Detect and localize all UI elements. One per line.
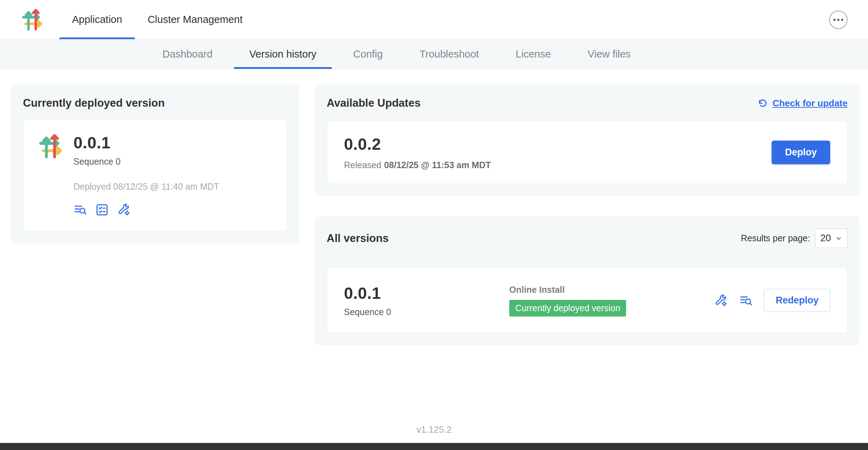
currently-deployed-card: Currently deployed version [11, 85, 299, 244]
tab-config[interactable]: Config [338, 40, 398, 69]
right-column: Available Updates Check for update [315, 85, 860, 345]
tab-view-files[interactable]: View files [572, 40, 646, 69]
results-per-page-select[interactable]: 20 [815, 229, 848, 248]
update-released-line: Released08/12/25 @ 11:53 am MDT [344, 160, 491, 170]
version-row-version: 0.0.1 Sequence 0 [344, 284, 509, 317]
available-updates-title: Available Updates [327, 97, 421, 109]
tab-cluster-management[interactable]: Cluster Management [135, 0, 255, 39]
tab-application[interactable]: Application [59, 0, 135, 39]
row-version-number: 0.0.1 [344, 284, 509, 303]
tab-application-label: Application [72, 14, 122, 25]
logs-icon[interactable] [73, 203, 87, 217]
tab-cluster-management-label: Cluster Management [148, 14, 243, 25]
tab-view-files-label: View files [588, 48, 631, 60]
deployed-actions [73, 203, 219, 217]
tab-version-history-label: Version history [249, 48, 316, 60]
tab-license-label: License [516, 48, 551, 60]
released-date: 08/12/25 @ 11:53 am MDT [384, 160, 491, 170]
currently-deployed-title: Currently deployed version [23, 97, 287, 109]
deployed-version-details: 0.0.1 Sequence 0 Deployed 08/12/25 @ 11:… [73, 133, 219, 217]
console-version: v1.125.2 [416, 424, 452, 435]
kots-admin-console: Application Cluster Management Dashboard… [0, 0, 868, 450]
config-wrench-icon[interactable] [714, 294, 728, 307]
version-row: 0.0.1 Sequence 0 Online Install Currentl… [327, 268, 848, 333]
all-versions-header: All versions Results per page: 20 [327, 229, 848, 248]
all-versions-title: All versions [327, 232, 389, 245]
main-content: Currently deployed version [0, 69, 868, 414]
refresh-icon[interactable] [757, 97, 768, 109]
tab-troubleshoot[interactable]: Troubleshoot [404, 40, 494, 69]
results-per-page-label: Results per page: [741, 233, 810, 243]
deployed-timestamp: Deployed 08/12/25 @ 11:40 am MDT [73, 182, 219, 192]
update-version-number: 0.0.2 [344, 135, 491, 154]
ellipsis-icon [833, 19, 836, 21]
bottom-bar [0, 443, 868, 450]
check-for-update-label: Check for update [773, 98, 848, 109]
available-updates-card: Available Updates Check for update [315, 85, 860, 196]
all-versions-card: All versions Results per page: 20 0.0 [315, 217, 860, 345]
tab-license[interactable]: License [500, 40, 566, 69]
deployed-version-number: 0.0.1 [73, 133, 219, 152]
logs-icon[interactable] [739, 294, 753, 307]
redeploy-button[interactable]: Redeploy [764, 289, 830, 312]
top-nav: Application Cluster Management [59, 0, 255, 39]
currently-deployed-badge: Currently deployed version [509, 300, 626, 316]
tab-dashboard[interactable]: Dashboard [147, 40, 228, 69]
released-prefix: Released [344, 160, 381, 170]
available-updates-header: Available Updates Check for update [327, 97, 848, 109]
row-sequence: Sequence 0 [344, 307, 509, 317]
results-per-page-value: 20 [820, 233, 831, 244]
deployed-sequence: Sequence 0 [73, 156, 219, 167]
deploy-button[interactable]: Deploy [772, 141, 830, 164]
tab-troubleshoot-label: Troubleshoot [420, 48, 479, 60]
console-footer: v1.125.2 [0, 414, 868, 443]
version-row-actions: Redeploy [714, 289, 830, 312]
install-type-label: Online Install [509, 285, 714, 295]
update-row: 0.0.2 Released08/12/25 @ 11:53 am MDT De… [327, 121, 848, 184]
tab-dashboard-label: Dashboard [162, 48, 213, 60]
overflow-menu-button[interactable] [829, 11, 848, 29]
update-details: 0.0.2 Released08/12/25 @ 11:53 am MDT [344, 135, 491, 170]
app-logo-icon [20, 8, 44, 31]
tab-version-history[interactable]: Version history [234, 40, 332, 69]
app-logo-icon [37, 133, 64, 159]
version-row-status: Online Install Currently deployed versio… [509, 285, 714, 316]
chevron-down-icon [835, 235, 842, 242]
check-for-update-link[interactable]: Check for update [757, 97, 848, 109]
left-column: Currently deployed version [11, 85, 299, 244]
app-subnav: Dashboard Version history Config Trouble… [0, 40, 868, 69]
deployed-version-card: 0.0.1 Sequence 0 Deployed 08/12/25 @ 11:… [23, 119, 287, 232]
tab-config-label: Config [353, 48, 383, 60]
config-wrench-icon[interactable] [117, 203, 131, 217]
preflight-checks-icon[interactable] [95, 203, 109, 217]
results-per-page: Results per page: 20 [741, 229, 848, 248]
top-bar: Application Cluster Management [0, 0, 868, 40]
